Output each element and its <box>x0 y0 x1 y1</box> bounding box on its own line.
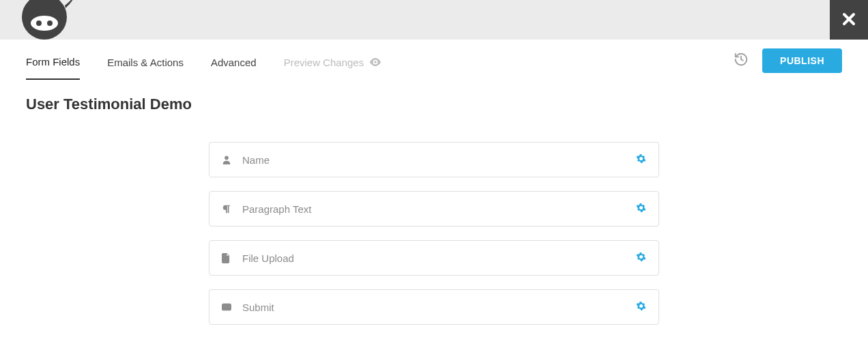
main-area: Form Fields Emails & Actions Advanced Pr… <box>0 40 868 325</box>
nav-row: Form Fields Emails & Actions Advanced Pr… <box>26 40 842 82</box>
gear-icon[interactable] <box>636 252 646 265</box>
fields-list: Name Paragraph Text File Upload <box>209 142 659 325</box>
tab-preview-changes: Preview Changes <box>284 43 382 79</box>
tab-emails-actions[interactable]: Emails & Actions <box>107 43 184 79</box>
publish-button[interactable]: PUBLISH <box>762 48 842 73</box>
top-bar <box>0 0 868 40</box>
field-label: Name <box>242 154 636 166</box>
tab-label: Preview Changes <box>284 57 364 68</box>
eye-icon <box>369 58 381 66</box>
svg-point-4 <box>374 61 376 63</box>
tab-bar: Form Fields Emails & Actions Advanced Pr… <box>26 42 381 80</box>
field-row-submit[interactable]: Submit <box>209 289 659 325</box>
svg-point-3 <box>47 20 53 26</box>
gear-icon[interactable] <box>636 203 646 216</box>
tab-advanced[interactable]: Advanced <box>211 43 257 79</box>
history-icon <box>734 52 749 70</box>
form-title: User Testimonial Demo <box>26 96 842 113</box>
svg-rect-6 <box>222 304 231 311</box>
tab-label: Emails & Actions <box>107 57 184 68</box>
gear-icon[interactable] <box>636 154 646 166</box>
svg-point-5 <box>225 156 229 160</box>
field-label: Paragraph Text <box>242 203 636 215</box>
user-icon <box>222 155 238 164</box>
gear-icon[interactable] <box>636 301 646 314</box>
close-button[interactable] <box>830 0 868 40</box>
field-label: File Upload <box>242 252 636 264</box>
submit-icon <box>222 303 238 311</box>
history-button[interactable] <box>734 52 749 70</box>
paragraph-icon <box>222 204 238 214</box>
field-label: Submit <box>242 302 636 313</box>
svg-point-1 <box>31 16 58 31</box>
publish-label: PUBLISH <box>780 55 824 66</box>
file-icon <box>222 253 238 263</box>
field-row-paragraph[interactable]: Paragraph Text <box>209 191 659 227</box>
tab-label: Advanced <box>211 57 257 68</box>
svg-point-2 <box>36 20 42 26</box>
tab-label: Form Fields <box>26 56 80 68</box>
field-row-name[interactable]: Name <box>209 142 659 177</box>
ninja-logo <box>14 0 75 44</box>
close-icon <box>842 9 856 31</box>
tab-form-fields[interactable]: Form Fields <box>26 42 80 80</box>
field-row-file-upload[interactable]: File Upload <box>209 240 659 276</box>
